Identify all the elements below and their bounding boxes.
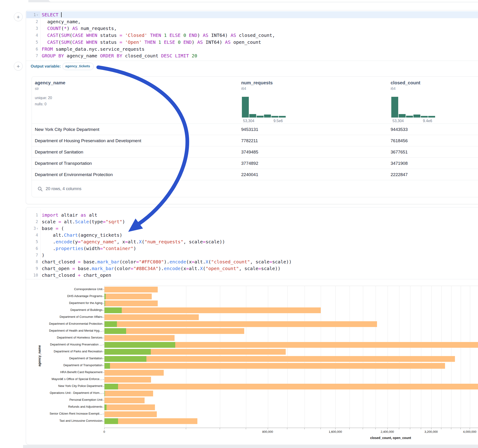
x-axis-tick-label: 4,000,000 xyxy=(451,430,478,434)
bar-open_count[interactable] xyxy=(104,307,122,313)
histogram-bar xyxy=(279,116,286,118)
histogram-bar xyxy=(421,116,428,118)
bar-open_count[interactable] xyxy=(104,328,126,334)
column-histogram[interactable] xyxy=(242,97,286,118)
bar-closed_count[interactable] xyxy=(104,294,152,299)
table-cell: 3749485 xyxy=(241,146,258,158)
x-axis-tick xyxy=(451,428,451,429)
bar-closed_count[interactable] xyxy=(104,398,145,403)
bar-open_count[interactable] xyxy=(104,404,107,410)
bar-closed_count[interactable] xyxy=(104,314,199,320)
gutter-separator xyxy=(40,209,41,278)
column-name[interactable]: agency_name xyxy=(35,80,65,86)
y-axis-tick xyxy=(103,366,104,366)
histogram-bar xyxy=(406,116,413,118)
x-axis-tick xyxy=(421,428,421,429)
column-histogram[interactable] xyxy=(391,97,436,118)
fold-chevron-icon[interactable]: ∨ xyxy=(37,227,38,230)
bar-open_count[interactable] xyxy=(104,384,118,389)
x-axis-tick xyxy=(375,428,376,429)
line-number: 4 xyxy=(26,232,38,238)
code-line[interactable]: GROUP BY agency_name ORDER BY closed_cou… xyxy=(42,52,478,59)
column-stat: nulls: 0 xyxy=(35,102,47,106)
bar-open_count[interactable] xyxy=(104,294,106,299)
bar-closed_count[interactable] xyxy=(104,307,321,313)
bar-closed_count[interactable] xyxy=(104,384,478,389)
table-row[interactable]: Department of Housing Preservation and D… xyxy=(32,135,478,146)
bar-closed_count[interactable] xyxy=(104,404,155,410)
code-line[interactable]: FROM sample_data.nyc.service_requests xyxy=(42,46,478,53)
add-cell-button-top[interactable]: + xyxy=(14,12,23,21)
bar-closed_count[interactable] xyxy=(104,356,455,362)
y-axis-label: Correspondence Unit xyxy=(26,287,102,292)
fold-chevron-icon[interactable]: ∨ xyxy=(37,13,38,16)
y-axis-tick xyxy=(103,310,104,311)
column-stat: unique: 20 xyxy=(35,96,52,100)
bar-open_count[interactable] xyxy=(104,363,110,369)
code-line[interactable]: CAST(SUM(CASE WHEN status = 'Closed' THE… xyxy=(42,32,478,39)
code-line[interactable]: CAST(SUM(CASE WHEN status = 'Open' THEN … xyxy=(42,39,478,46)
code-line[interactable]: import altair as alt xyxy=(42,212,478,218)
bar-closed_count[interactable] xyxy=(104,377,151,383)
line-number: 1∨ xyxy=(26,11,38,18)
output-variable-pill[interactable]: agency_tickets xyxy=(63,63,94,70)
bar-closed_count[interactable] xyxy=(104,391,153,396)
code-line[interactable]: alt.Chart(agency_tickets) xyxy=(42,232,478,238)
code-line[interactable]: base = ( xyxy=(42,225,478,232)
table-row[interactable]: Department of Environmental Protection22… xyxy=(32,169,478,180)
column-type: i64 xyxy=(241,87,246,91)
add-cell-button-output[interactable]: + xyxy=(14,62,23,70)
bar-closed_count[interactable] xyxy=(104,363,445,369)
bar-closed_count[interactable] xyxy=(104,335,175,341)
bar-closed_count[interactable] xyxy=(104,411,157,417)
x-axis-tick xyxy=(335,428,335,429)
code-line[interactable]: SELECT xyxy=(42,11,478,18)
dataframe-table[interactable]: agency_namestrunique: 20nulls: 0num_requ… xyxy=(31,76,478,197)
y-axis-tick xyxy=(103,393,104,393)
previous-cell-corner xyxy=(48,0,478,2)
bar-closed_count[interactable] xyxy=(104,370,164,376)
code-line[interactable]: .properties(width="container") xyxy=(42,245,478,252)
table-row[interactable]: Department of Sanitation37494853677651 xyxy=(32,146,478,158)
column-type: str xyxy=(35,87,39,91)
code-line[interactable]: chart_open = base.mark_bar(color="#8BC34… xyxy=(42,265,478,272)
y-axis-label: Department of Consumer Affairs xyxy=(26,315,102,319)
bar-open_count[interactable] xyxy=(104,418,118,424)
code-line[interactable]: .encode(y="agency_name", x=alt.X("num_re… xyxy=(42,238,478,245)
bar-open_count[interactable] xyxy=(104,300,105,306)
bar-closed_count[interactable] xyxy=(104,287,158,292)
table-cell: Department of Sanitation xyxy=(35,146,83,158)
search-icon[interactable] xyxy=(37,186,43,192)
code-line[interactable]: ) xyxy=(42,252,478,259)
python-cell: 1import altair as alt2scale = alt.Scale(… xyxy=(26,207,478,445)
code-line[interactable]: chart_closed = base.mark_bar(color="#FFC… xyxy=(42,258,478,265)
code-line[interactable]: COUNT(*) AS num_requests, xyxy=(42,25,478,32)
code-line[interactable]: scale = alt.Scale(type="sqrt") xyxy=(42,218,478,225)
table-row[interactable]: Department of Transportation377489234719… xyxy=(32,157,478,169)
bar-open_count[interactable] xyxy=(104,342,175,348)
x-axis-tick xyxy=(186,428,186,429)
code-line[interactable]: agency_name, xyxy=(42,18,478,25)
y-axis-tick xyxy=(103,359,104,359)
bar-closed_count[interactable] xyxy=(104,300,158,306)
bar-closed_count[interactable] xyxy=(104,321,377,327)
bar-open_count[interactable] xyxy=(104,356,146,362)
chart-plot-area[interactable] xyxy=(104,286,478,428)
cell-divider xyxy=(26,279,478,279)
code-line[interactable]: chart_closed + chart_open xyxy=(42,272,478,279)
y-axis-tick xyxy=(103,296,104,297)
column-name[interactable]: closed_count xyxy=(391,80,420,86)
y-axis-label: Personal Exemption Unit xyxy=(26,398,102,402)
bar-open_count[interactable] xyxy=(104,321,117,327)
bar-open_count[interactable] xyxy=(104,349,151,355)
sql-cell: 1∨SELECT 2 agency_name,3 COUNT(*) AS num… xyxy=(26,10,478,204)
bar-closed_count[interactable] xyxy=(104,418,197,424)
x-axis-tick xyxy=(104,428,104,429)
column-type: i64 xyxy=(391,87,396,91)
bar-open_count[interactable] xyxy=(104,391,105,396)
y-axis-tick xyxy=(103,303,104,304)
table-row[interactable]: New York City Police Department945313194… xyxy=(32,124,478,135)
line-number: 3 xyxy=(26,25,38,32)
histogram-bar xyxy=(428,116,435,118)
column-name[interactable]: num_requests xyxy=(241,80,273,86)
